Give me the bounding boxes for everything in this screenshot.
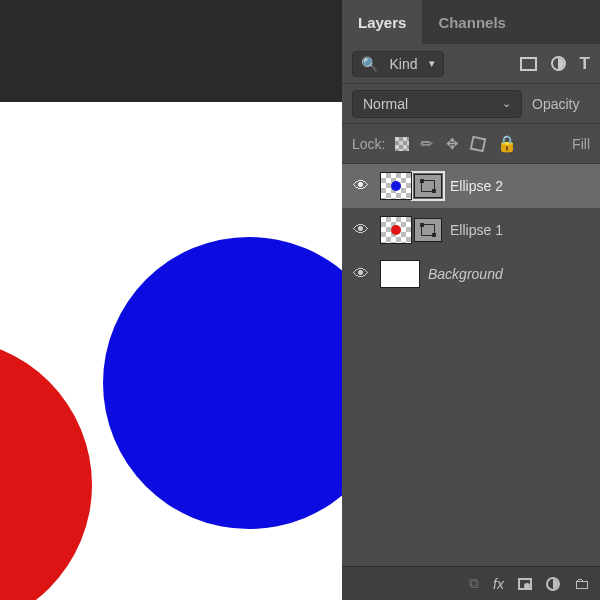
document-canvas[interactable] <box>0 102 342 600</box>
add-mask-icon[interactable] <box>518 578 532 590</box>
layer-name[interactable]: Ellipse 2 <box>450 178 503 194</box>
new-group-icon[interactable]: 🗀 <box>574 575 590 593</box>
blue-ellipse-shape[interactable] <box>103 237 342 529</box>
layer-name[interactable]: Background <box>428 266 503 282</box>
filter-kind-label: Kind <box>389 56 417 72</box>
layers-list: 👁 Ellipse 2 👁 Ellipse 1 <box>342 164 600 296</box>
visibility-toggle[interactable]: 👁 <box>350 177 372 195</box>
layer-thumbnail[interactable] <box>380 260 420 288</box>
shape-preview-red <box>391 225 401 235</box>
filter-pixel-icon[interactable] <box>520 57 537 71</box>
blend-mode-value: Normal <box>363 96 408 112</box>
tab-channels[interactable]: Channels <box>422 0 522 44</box>
layer-name[interactable]: Ellipse 1 <box>450 222 503 238</box>
chevron-down-icon: ⌄ <box>502 97 511 110</box>
layer-row-ellipse-2[interactable]: 👁 Ellipse 2 <box>342 164 600 208</box>
filter-adjustment-icon[interactable] <box>551 56 566 71</box>
fill-label: Fill <box>572 136 590 152</box>
vector-mask-thumbnail[interactable] <box>414 174 442 198</box>
panel-tabs: Layers Channels <box>342 0 600 44</box>
layer-row-background[interactable]: 👁 Background <box>342 252 600 296</box>
layer-thumbnail[interactable] <box>380 172 412 200</box>
filter-type-icon[interactable]: T <box>580 54 590 74</box>
tab-layers[interactable]: Layers <box>342 0 422 44</box>
opacity-label: Opacity <box>532 96 579 112</box>
layer-row-ellipse-1[interactable]: 👁 Ellipse 1 <box>342 208 600 252</box>
layers-panel: Layers Channels 🔍 Kind ▾ T Normal ⌄ Opac… <box>342 0 600 600</box>
adjustment-layer-icon[interactable] <box>546 577 560 591</box>
vector-mask-thumbnail[interactable] <box>414 218 442 242</box>
blend-mode-select[interactable]: Normal ⌄ <box>352 90 522 118</box>
visibility-toggle[interactable]: 👁 <box>350 265 372 283</box>
lock-transparency-icon[interactable] <box>395 137 409 151</box>
search-icon: 🔍 <box>361 56 378 72</box>
canvas-background <box>0 0 342 102</box>
filter-kind-select[interactable]: 🔍 Kind ▾ <box>352 51 444 77</box>
lock-pixels-icon[interactable]: ✎ <box>417 133 439 155</box>
layers-panel-footer: ⧉ fx 🗀 <box>342 566 600 600</box>
canvas-area[interactable] <box>0 0 342 600</box>
lock-all-icon[interactable]: 🔒 <box>497 134 517 153</box>
chevron-down-icon: ▾ <box>429 57 435 70</box>
visibility-toggle[interactable]: 👁 <box>350 221 372 239</box>
blend-mode-row: Normal ⌄ Opacity <box>342 84 600 124</box>
layer-filter-row: 🔍 Kind ▾ T <box>342 44 600 84</box>
lock-label: Lock: <box>352 136 385 152</box>
shape-preview-blue <box>391 181 401 191</box>
lock-artboard-icon[interactable] <box>470 135 487 152</box>
red-ellipse-shape[interactable] <box>0 339 92 600</box>
layer-fx-icon[interactable]: fx <box>493 576 504 592</box>
lock-position-icon[interactable]: ✥ <box>446 135 459 153</box>
link-layers-icon[interactable]: ⧉ <box>469 575 479 592</box>
lock-row: Lock: ✎ ✥ 🔒 Fill <box>342 124 600 164</box>
layer-thumbnail[interactable] <box>380 216 412 244</box>
